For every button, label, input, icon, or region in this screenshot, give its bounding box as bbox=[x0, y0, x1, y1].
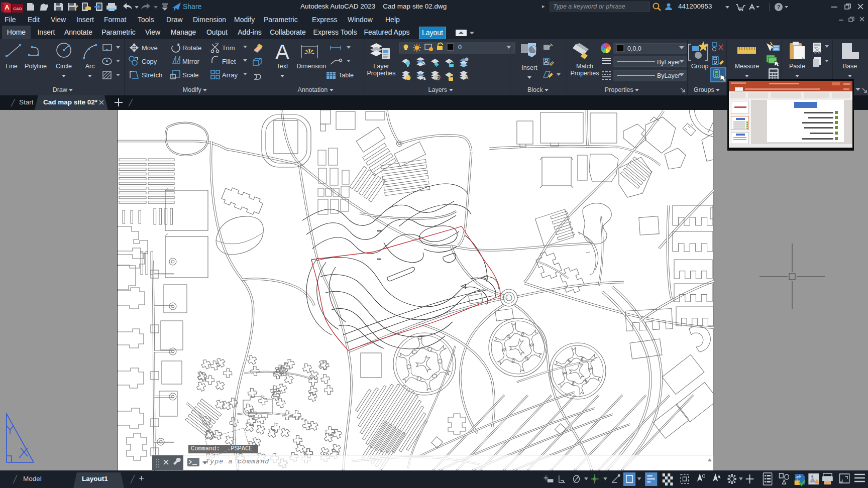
svg-text:0,0,0: 0,0,0 bbox=[627, 45, 641, 52]
svg-text:A: A bbox=[5, 4, 10, 11]
svg-text:?: ? bbox=[777, 4, 781, 10]
svg-text:ByLayer: ByLayer bbox=[657, 59, 680, 66]
svg-text:ByLayer: ByLayer bbox=[657, 72, 680, 79]
svg-text:441200953: 441200953 bbox=[678, 3, 712, 10]
svg-text:A: A bbox=[275, 40, 289, 64]
svg-text:CAD: CAD bbox=[13, 7, 22, 11]
svg-text:0: 0 bbox=[458, 44, 462, 51]
